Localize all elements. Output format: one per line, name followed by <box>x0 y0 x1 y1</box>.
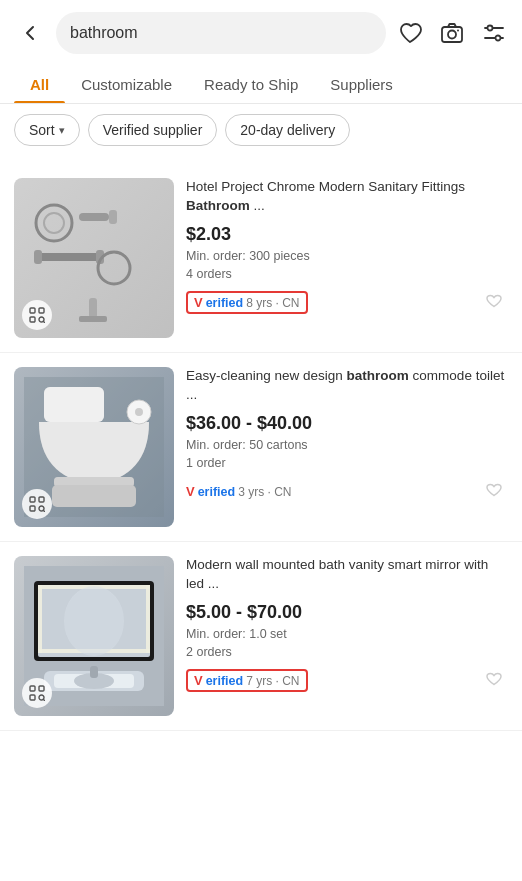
tabs-bar: All Customizable Ready to Ship Suppliers <box>0 66 522 104</box>
svg-rect-10 <box>109 210 117 224</box>
svg-rect-16 <box>79 316 107 322</box>
search-query: bathroom <box>70 24 372 42</box>
svg-point-14 <box>98 252 130 284</box>
svg-rect-12 <box>34 250 42 264</box>
verified-row: V erified 8 yrs · CN <box>186 289 508 317</box>
svg-rect-11 <box>34 253 104 261</box>
product-price: $36.00 - $40.00 <box>186 413 508 434</box>
verified-badge: V erified 7 yrs · CN <box>186 669 308 692</box>
svg-rect-28 <box>52 485 136 507</box>
verified-years: 7 yrs · CN <box>246 674 299 688</box>
svg-point-1 <box>448 31 456 39</box>
product-title: Modern wall mounted bath vanity smart mi… <box>186 556 508 594</box>
svg-point-30 <box>135 408 143 416</box>
verified-supplier-label: Verified supplier <box>103 122 203 138</box>
product-price: $2.03 <box>186 224 508 245</box>
verified-badge: V erified 8 yrs · CN <box>186 291 308 314</box>
product-list: Hotel Project Chrome Modern Sanitary Fit… <box>0 156 522 739</box>
tab-ready-to-ship[interactable]: Ready to Ship <box>188 66 314 103</box>
svg-point-2 <box>457 30 459 32</box>
tab-all[interactable]: All <box>14 66 65 103</box>
svg-rect-31 <box>30 497 35 502</box>
product-wishlist-button[interactable] <box>480 289 508 317</box>
filter-settings-icon[interactable] <box>480 19 508 47</box>
image-search-button[interactable] <box>22 678 52 708</box>
svg-rect-18 <box>39 308 44 313</box>
image-search-button[interactable] <box>22 489 52 519</box>
product-info: Easy-cleaning new design bathroom commod… <box>186 367 508 527</box>
svg-rect-32 <box>39 497 44 502</box>
back-button[interactable] <box>14 17 46 49</box>
svg-point-6 <box>496 36 501 41</box>
sort-label: Sort <box>29 122 55 138</box>
product-info: Hotel Project Chrome Modern Sanitary Fit… <box>186 178 508 338</box>
svg-rect-17 <box>30 308 35 313</box>
twenty-day-filter[interactable]: 20-day delivery <box>225 114 350 146</box>
search-bar[interactable]: bathroom <box>56 12 386 54</box>
tab-suppliers[interactable]: Suppliers <box>314 66 409 103</box>
twenty-day-label: 20-day delivery <box>240 122 335 138</box>
product-orders: 4 orders <box>186 267 508 281</box>
verified-badge: V erified 3 yrs · CN <box>186 484 292 499</box>
svg-rect-48 <box>30 686 35 691</box>
product-card: Modern wall mounted bath vanity smart mi… <box>0 542 522 731</box>
sort-filter[interactable]: Sort ▾ <box>14 114 80 146</box>
svg-rect-15 <box>89 298 97 318</box>
verified-row: V erified 3 yrs · CN <box>186 478 508 506</box>
header-icons <box>396 19 508 47</box>
verified-row: V erified 7 yrs · CN <box>186 667 508 695</box>
product-wishlist-button[interactable] <box>480 478 508 506</box>
product-card: Easy-cleaning new design bathroom commod… <box>0 353 522 542</box>
tab-customizable[interactable]: Customizable <box>65 66 188 103</box>
product-image-wrap <box>14 367 174 527</box>
product-min-order: Min. order: 50 cartons <box>186 438 508 452</box>
image-search-button[interactable] <box>22 300 52 330</box>
product-info: Modern wall mounted bath vanity smart mi… <box>186 556 508 716</box>
product-image-wrap <box>14 178 174 338</box>
svg-rect-49 <box>39 686 44 691</box>
product-min-order: Min. order: 1.0 set <box>186 627 508 641</box>
verified-years: 8 yrs · CN <box>246 296 299 310</box>
svg-rect-41 <box>38 585 42 653</box>
svg-rect-19 <box>30 317 35 322</box>
svg-line-21 <box>43 321 44 322</box>
header: bathroom <box>0 0 522 66</box>
product-title: Hotel Project Chrome Modern Sanitary Fit… <box>186 178 508 216</box>
product-wishlist-button[interactable] <box>480 667 508 695</box>
svg-rect-0 <box>442 27 462 42</box>
product-price: $5.00 - $70.00 <box>186 602 508 623</box>
wishlist-icon[interactable] <box>396 19 424 47</box>
svg-rect-26 <box>44 387 104 422</box>
svg-line-35 <box>43 510 44 511</box>
product-orders: 1 order <box>186 456 508 470</box>
product-orders: 2 orders <box>186 645 508 659</box>
svg-rect-9 <box>79 213 109 221</box>
verified-supplier-filter[interactable]: Verified supplier <box>88 114 218 146</box>
product-min-order: Min. order: 300 pieces <box>186 249 508 263</box>
svg-point-43 <box>64 586 124 656</box>
svg-rect-33 <box>30 506 35 511</box>
svg-rect-47 <box>90 666 98 678</box>
svg-line-52 <box>43 699 44 700</box>
svg-point-5 <box>488 26 493 31</box>
camera-icon[interactable] <box>438 19 466 47</box>
filters-bar: Sort ▾ Verified supplier 20-day delivery <box>0 104 522 156</box>
sort-chevron-icon: ▾ <box>59 124 65 137</box>
product-image-wrap <box>14 556 174 716</box>
svg-point-7 <box>36 205 72 241</box>
svg-rect-42 <box>146 585 150 653</box>
product-card: Hotel Project Chrome Modern Sanitary Fit… <box>0 164 522 353</box>
svg-rect-50 <box>30 695 35 700</box>
product-title: Easy-cleaning new design bathroom commod… <box>186 367 508 405</box>
verified-years: 3 yrs · CN <box>238 485 291 499</box>
svg-point-8 <box>44 213 64 233</box>
